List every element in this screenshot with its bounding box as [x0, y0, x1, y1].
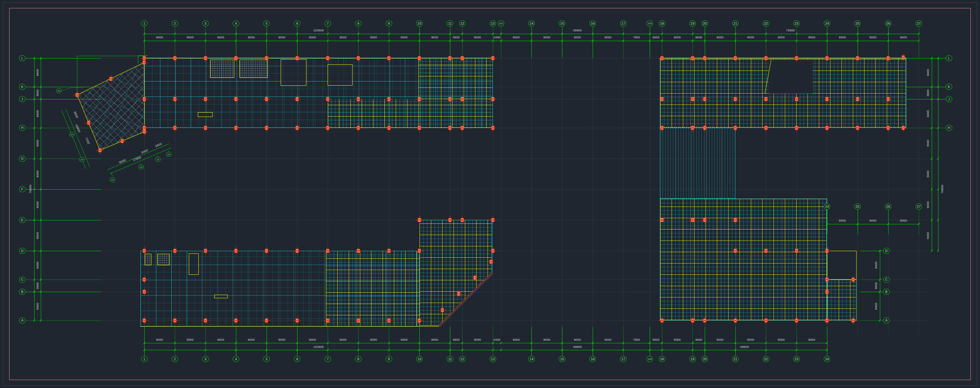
column-marker — [887, 126, 890, 130]
column-marker — [734, 218, 737, 222]
column-marker — [856, 126, 859, 130]
column-marker — [143, 318, 146, 322]
span-dim-bottom: 9000 — [187, 338, 194, 341]
column-marker — [795, 249, 798, 253]
column-marker — [204, 97, 207, 101]
column-marker — [265, 97, 268, 101]
span-dim-bottom: 9000 — [747, 338, 754, 341]
column-marker — [204, 249, 207, 253]
building-bottom-left-dense — [326, 251, 420, 327]
span-dim-bottom: 9000 — [513, 338, 520, 341]
span-dim-bottom: 9000 — [605, 338, 611, 341]
grid-bubble-bottom: 10 — [416, 356, 423, 362]
span-dim-top: 9000 — [747, 36, 754, 39]
grid-bubble-right-lower: B — [883, 289, 890, 295]
total-dim-right: 76800 — [940, 185, 944, 193]
span-dim-top: 9000 — [839, 36, 846, 39]
grid-bubble-bottom: 18 — [659, 356, 665, 362]
column-marker — [204, 56, 207, 60]
column-marker — [902, 126, 905, 130]
column-marker — [418, 218, 421, 222]
grid-bubble-top: 1 — [141, 21, 148, 27]
row-leader-left — [25, 220, 101, 220]
grid-leader-top — [593, 27, 593, 58]
span-dim-bottom: 9000 — [248, 338, 255, 341]
column-marker — [764, 97, 767, 101]
grid-leader-bottom — [297, 327, 298, 356]
span-dim-bottom: 9000 — [474, 338, 481, 341]
column-marker — [143, 61, 146, 65]
column-marker — [734, 97, 737, 101]
column-marker — [296, 318, 299, 322]
sub-grid-bubble: 1/3 — [138, 165, 144, 169]
grid-bubble-top: 9 — [385, 21, 392, 27]
dim-tick — [931, 250, 933, 252]
column-marker — [449, 56, 452, 60]
column-marker — [143, 249, 146, 253]
grid-leader-top — [175, 27, 175, 58]
row-leader-left — [25, 99, 101, 100]
span-dim-bottom: 9000 — [370, 338, 377, 341]
column-marker — [387, 318, 390, 322]
column-marker — [491, 56, 494, 60]
row-leader-left — [25, 58, 101, 59]
grid-leader-top — [144, 27, 145, 58]
span-dim-left: 9000 — [36, 201, 39, 208]
span-dim-bottom: 9000 — [778, 338, 784, 341]
grid-bubble-bottom: 1 — [141, 356, 148, 362]
column-marker — [441, 308, 444, 312]
column-marker — [826, 290, 829, 294]
span-dim-top: 9000 — [474, 36, 481, 39]
plan-grid-line-horizontal — [58, 158, 926, 159]
column-marker — [826, 97, 829, 101]
grid-bubble-top: 20 — [702, 21, 708, 27]
column-marker — [691, 318, 694, 322]
grid-leader-bottom — [693, 327, 693, 356]
building-top-left-dense-corner — [418, 58, 493, 99]
grid-bubble-bottom: 7 — [325, 356, 331, 362]
building-top-right-yellow-edge — [660, 58, 906, 58]
span-dim-top: 9000 — [716, 36, 724, 39]
annex-dim-text: 7200 — [85, 137, 91, 144]
building-bottom-right-yellow-room — [827, 251, 857, 279]
column-marker — [204, 318, 207, 322]
grid-leader-bottom — [462, 327, 463, 356]
column-marker — [76, 93, 79, 97]
building-top-right-notch — [769, 60, 813, 94]
row-leader-right — [906, 99, 946, 100]
total-dim-top: 75600 — [786, 29, 795, 32]
total-dim-bottom: 48600 — [740, 345, 749, 348]
column-marker — [173, 97, 176, 101]
column-marker — [87, 121, 90, 125]
span-dim-top: 9000 — [870, 36, 877, 39]
grid-bubble-bottom: 11 — [447, 356, 453, 362]
grid-bubble-bottom: 20 — [702, 356, 708, 362]
column-marker — [734, 56, 737, 60]
row-leader-left — [25, 320, 101, 321]
grid-leader-top — [205, 27, 206, 58]
grid-bubble-right-lower: D — [883, 248, 890, 254]
grid-bubble-left: K — [19, 84, 25, 90]
column-marker — [734, 249, 737, 253]
column-marker — [387, 126, 390, 130]
column-marker — [461, 56, 464, 60]
plan-grid-line-vertical — [919, 58, 919, 337]
grid-bubble-left: A — [19, 317, 25, 323]
grid-bubble-top: 7 — [325, 21, 331, 27]
bottom-dim-line-1 — [144, 343, 827, 343]
grid-bubble-right: J — [946, 96, 952, 102]
grid-leader-mid-right — [888, 210, 889, 234]
grid-bubble-top: 15 — [559, 21, 565, 27]
stair-block — [281, 59, 307, 86]
stair-block — [189, 253, 199, 275]
column-marker — [826, 277, 829, 281]
span-dim-right: 9000 — [926, 140, 929, 147]
grid-bubble-bottom: 4 — [233, 356, 239, 362]
column-marker — [887, 56, 890, 60]
row-leader-left — [25, 189, 101, 190]
grid-bubble-top: 14 — [528, 21, 535, 27]
total-dim-left: 76800 — [29, 185, 32, 193]
span-dim-top: 3600 — [453, 36, 460, 39]
grid-bubble-mid-right: 26 — [885, 204, 892, 210]
span-dim-bottom: 9000 — [716, 338, 724, 341]
